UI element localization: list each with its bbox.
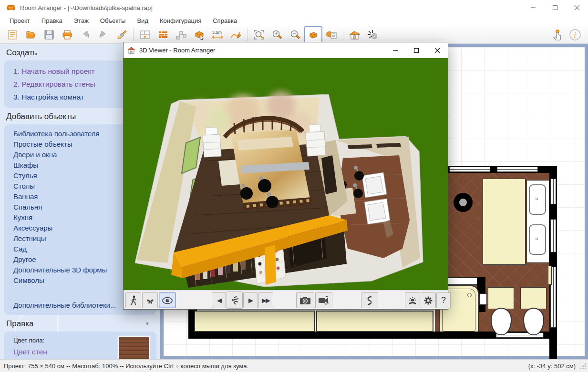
toolbar-separator — [133, 29, 134, 41]
edit-section-header: Правка ▼ — [6, 319, 160, 329]
edit-panel: Цвет пола: Цвет стен — [4, 332, 156, 360]
window-title: Room Arranger - [~\Downloads\julka-spaln… — [20, 4, 522, 11]
wall-icon[interactable] — [154, 26, 172, 43]
viewer-title: 3D Viewer - Room Arranger — [139, 47, 385, 54]
plan-vanity[interactable] — [483, 179, 526, 265]
rotate-view-button[interactable] — [361, 292, 378, 308]
plan-shelf — [548, 266, 552, 285]
plan-light-center — [459, 199, 467, 206]
viewer-minimize-button[interactable] — [385, 42, 406, 58]
walk-mode-button[interactable] — [125, 292, 141, 308]
draw-walls-icon[interactable] — [227, 26, 245, 43]
plan-wardrobe[interactable] — [194, 311, 315, 332]
measure-icon[interactable]: 3.5m — [208, 26, 227, 43]
floor-color-swatch[interactable] — [118, 336, 150, 360]
zoom-selection-icon[interactable] — [250, 26, 268, 43]
viewer-maximize-button[interactable] — [406, 42, 427, 58]
plan-toilet-tank[interactable] — [520, 287, 547, 309]
save-icon[interactable] — [40, 26, 58, 43]
plan-toilet-bowl — [491, 308, 512, 335]
render-settings-icon[interactable] — [364, 26, 382, 43]
shadows-light-button[interactable] — [405, 292, 420, 308]
paint-icon[interactable] — [113, 26, 131, 43]
fly-mode-button[interactable] — [142, 292, 158, 308]
plan-window — [449, 167, 490, 172]
plan-faucet — [536, 238, 538, 240]
menu-edit[interactable]: Правка — [36, 17, 68, 24]
menu-objects[interactable]: Объекты — [94, 17, 132, 24]
menu-floor[interactable]: Этаж — [68, 17, 94, 24]
zoom-in-icon[interactable] — [268, 26, 286, 43]
viewer-close-button[interactable] — [427, 42, 448, 58]
viewer-3d-window: 3D Viewer - Room Arranger — [123, 42, 448, 310]
menu-project[interactable]: Проект — [4, 17, 36, 24]
viewer-3d-scene[interactable] — [124, 58, 448, 290]
step-back-button[interactable]: ◀ — [212, 292, 226, 308]
plan-flush-panel — [479, 293, 487, 305]
minimize-button[interactable] — [522, 0, 544, 15]
menu-help[interactable]: Справка — [207, 17, 243, 24]
plan-sink-counter[interactable] — [526, 180, 549, 263]
resize-grip[interactable] — [580, 363, 587, 371]
new-project-icon[interactable] — [4, 26, 22, 43]
plan-window — [550, 179, 556, 204]
screenshot-camera-button[interactable] — [296, 292, 314, 308]
maximize-button[interactable] — [544, 0, 566, 15]
plan-shower-drain — [467, 293, 472, 297]
viewer-titlebar[interactable]: 3D Viewer - Room Arranger — [124, 42, 448, 58]
toolbar-separator — [247, 29, 248, 41]
redo-icon[interactable] — [94, 26, 113, 43]
print-icon[interactable] — [58, 26, 76, 43]
plan-ceiling-light[interactable] — [454, 193, 473, 212]
info-icon[interactable]: i — [566, 26, 584, 43]
menu-configuration[interactable]: Конфигурация — [154, 17, 207, 24]
collapse-arrow-icon[interactable]: ▼ — [145, 321, 150, 326]
titlebar: Room Arranger - [~\Downloads\julka-spaln… — [0, 0, 588, 15]
plan-toilet-tank[interactable] — [488, 287, 514, 309]
viewer-toolbar: ◀ ▶ ▶▶ ? — [124, 290, 448, 309]
svg-text:3.5m: 3.5m — [212, 30, 222, 35]
plan-editor-icon[interactable] — [136, 26, 154, 43]
app-window: Room Arranger - [~\Downloads\julka-spaln… — [0, 0, 588, 372]
plan-wardrobe[interactable] — [316, 311, 433, 332]
settings-gear-button[interactable] — [421, 292, 436, 308]
plan-faucet — [536, 198, 538, 200]
svg-text:3D: 3D — [355, 31, 359, 34]
add-object-icon[interactable] — [190, 26, 208, 43]
status-project-info: Проект: 755 × 540 см -- Масштаб: 100% --… — [4, 362, 528, 370]
pointer-mode-icon[interactable] — [548, 26, 566, 43]
main-toolbar: 3.5m 3D i — [0, 26, 588, 44]
close-button[interactable] — [566, 0, 588, 15]
open-icon[interactable] — [22, 26, 40, 43]
examine-mode-button[interactable] — [159, 292, 176, 308]
path-nodes-icon[interactable] — [172, 26, 190, 43]
plan-window — [497, 167, 538, 172]
toolbar-separator — [343, 29, 343, 41]
view-3d-icon[interactable] — [304, 26, 322, 43]
center-view-button[interactable] — [227, 292, 243, 309]
record-video-button[interactable] — [315, 292, 332, 308]
status-cursor-coords: (x: -34 y: 502 см) — [528, 362, 576, 370]
plan-window — [550, 219, 556, 252]
menu-view[interactable]: Вид — [131, 17, 154, 24]
help-button[interactable]: ? — [436, 292, 451, 308]
statusbar: Проект: 755 × 540 см -- Масштаб: 100% --… — [0, 359, 588, 372]
plan-toilet-bowl — [523, 308, 544, 335]
zoom-out-icon[interactable] — [286, 26, 304, 43]
fast-forward-button[interactable]: ▶▶ — [258, 292, 273, 308]
walkthrough-3d-icon[interactable]: 3D — [346, 26, 364, 43]
viewer-house-icon — [127, 47, 135, 54]
svg-text:i: i — [574, 31, 576, 39]
menubar: Проект Правка Этаж Объекты Вид Конфигура… — [0, 15, 588, 26]
app-sofa-icon — [7, 4, 15, 11]
play-button[interactable]: ▶ — [243, 292, 258, 308]
undo-icon[interactable] — [76, 26, 94, 43]
object-list-icon[interactable] — [322, 26, 340, 43]
